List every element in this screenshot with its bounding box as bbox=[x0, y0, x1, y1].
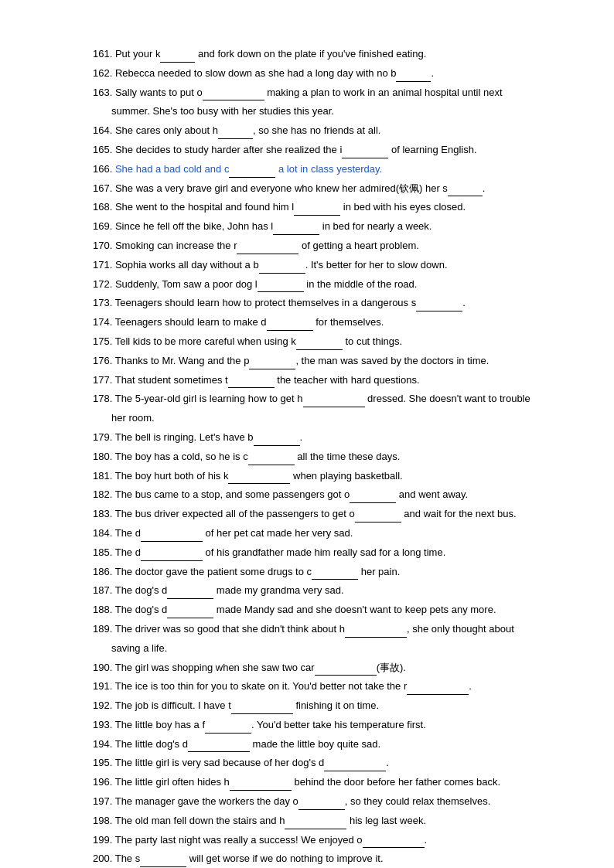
blank bbox=[237, 243, 298, 254]
list-item: 184. The d of her pet cat made her very … bbox=[93, 526, 537, 542]
q-text: Suddenly, Tom saw a poor dog l in the mi… bbox=[115, 278, 418, 290]
blank bbox=[350, 492, 396, 503]
blank bbox=[218, 128, 253, 139]
list-item: 168. She went to the hospital and found … bbox=[93, 199, 537, 216]
q-num: 168. bbox=[93, 201, 112, 213]
q-num: 162. bbox=[93, 67, 112, 79]
q-num: 176. bbox=[93, 355, 112, 366]
blank bbox=[342, 148, 388, 158]
list-item: 176. Thanks to Mr. Wang and the p, the m… bbox=[93, 353, 537, 369]
q-num: 177. bbox=[93, 374, 112, 386]
q-text: She had a bad cold and c a lot in class … bbox=[115, 163, 382, 175]
blank bbox=[273, 224, 319, 235]
list-item: 167. She was a very brave girl and every… bbox=[93, 181, 537, 197]
q-num: 190. bbox=[93, 662, 112, 673]
list-item: 178. The 5-year-old girl is learning how… bbox=[93, 391, 537, 407]
blank bbox=[407, 684, 469, 695]
list-item: 162. Rebecca needed to slow down as she … bbox=[93, 66, 537, 82]
list-item: 165. She decides to study harder after s… bbox=[93, 142, 537, 158]
q-text: She was a very brave girl and everyone w… bbox=[115, 182, 486, 194]
list-item: 189. The driver was so good that she did… bbox=[93, 621, 537, 638]
q-num: 178. bbox=[93, 393, 112, 404]
q-text: The little girl is very sad because of h… bbox=[115, 757, 389, 768]
blank bbox=[228, 473, 290, 484]
q-text: The boy hurt both of his k when playing … bbox=[115, 470, 403, 482]
blank bbox=[141, 531, 203, 542]
list-item: 197. The manager gave the workers the da… bbox=[93, 794, 537, 810]
q-num: 185. bbox=[93, 546, 112, 558]
q-text: The old man fell down the stairs and h h… bbox=[115, 815, 426, 826]
q-num: 194. bbox=[93, 738, 112, 750]
blank bbox=[249, 359, 295, 369]
blank bbox=[296, 339, 343, 350]
q-num: 181. bbox=[93, 470, 112, 482]
q-num: 163. bbox=[93, 87, 112, 98]
list-item: 181. The boy hurt both of his k when pla… bbox=[93, 468, 537, 485]
blank bbox=[229, 167, 275, 178]
list-item: 193. The little boy has a f. You'd bette… bbox=[93, 717, 537, 734]
list-item: 172. Suddenly, Tom saw a poor dog l in t… bbox=[93, 277, 537, 293]
q-num: 179. bbox=[93, 431, 112, 443]
blank bbox=[188, 741, 250, 752]
q-text: She went to the hospital and found him l… bbox=[115, 201, 466, 213]
q-num: 170. bbox=[93, 240, 112, 251]
q-text: The job is difficult. I have t finishing… bbox=[115, 700, 379, 711]
list-item: 174. Teenagers should learn to make d fo… bbox=[93, 315, 537, 331]
blank bbox=[448, 186, 483, 196]
q-num: 193. bbox=[93, 719, 112, 730]
q-num: 187. bbox=[93, 584, 112, 596]
q-num: 192. bbox=[93, 700, 112, 711]
q-num: 196. bbox=[93, 776, 112, 788]
q-text: The bell is ringing. Let's have b. bbox=[115, 431, 302, 443]
q-num: 188. bbox=[93, 604, 112, 615]
q-text: Teenagers should learn how to protect th… bbox=[115, 297, 466, 308]
question-list: 161. Put your k and fork down on the pla… bbox=[93, 46, 537, 867]
blank bbox=[345, 627, 407, 638]
q-num: 172. bbox=[93, 278, 112, 290]
q-num: 195. bbox=[93, 757, 112, 768]
q-text: Smoking can increase the r of getting a … bbox=[115, 240, 419, 251]
q-num: 186. bbox=[93, 566, 112, 577]
blank bbox=[160, 52, 195, 63]
q-text: The party last night was really a succes… bbox=[115, 834, 427, 846]
blank bbox=[228, 377, 275, 388]
blank bbox=[254, 435, 300, 446]
q-text: That student sometimes t the teacher wit… bbox=[115, 374, 420, 386]
list-item: 180. The boy has a cold, so he is c all … bbox=[93, 449, 537, 465]
list-item: 164. She cares only about h, so she has … bbox=[93, 123, 537, 139]
blank bbox=[230, 780, 292, 791]
q-num: 199. bbox=[93, 834, 112, 846]
list-item: 166. She had a bad cold and c a lot in c… bbox=[93, 162, 537, 178]
list-item: 182. The bus came to a stop, and some pa… bbox=[93, 487, 537, 503]
blank bbox=[324, 761, 386, 771]
q-text: The boy has a cold, so he is c all the t… bbox=[115, 451, 401, 462]
list-item: 173. Teenagers should learn how to prote… bbox=[93, 295, 537, 311]
list-item: 185. The d of his grandfather made him r… bbox=[93, 545, 537, 561]
q-text: She cares only about h, so she has no fr… bbox=[115, 124, 380, 136]
q-text: The ice is too thin for you to skate on … bbox=[115, 680, 472, 692]
list-item: 183. The bus driver expected all of the … bbox=[93, 506, 537, 523]
blank bbox=[396, 71, 431, 82]
q-num: 175. bbox=[93, 335, 112, 347]
q-text: The bus came to a stop, and some passeng… bbox=[115, 488, 469, 500]
q-num: 169. bbox=[93, 220, 112, 232]
q-text: Rebecca needed to slow down as she had a… bbox=[115, 67, 434, 79]
continuation-text: summer. She's too busy with her studies … bbox=[93, 104, 537, 120]
q-text: The girl was shopping when she saw two c… bbox=[115, 662, 406, 673]
q-text: The driver was so good that she didn't t… bbox=[115, 623, 514, 635]
list-item: 179. The bell is ringing. Let's have b. bbox=[93, 430, 537, 446]
q-num: 189. bbox=[93, 623, 112, 635]
list-item: 190. The girl was shopping when she saw … bbox=[93, 660, 537, 676]
q-num: 166. bbox=[93, 163, 112, 175]
q-num: 191. bbox=[93, 680, 112, 692]
q-num: 171. bbox=[93, 259, 112, 271]
q-text: The doctor gave the patient some drugs t… bbox=[115, 566, 401, 577]
q-text: The d of her pet cat made her very sad. bbox=[115, 527, 353, 539]
list-item: 169. Since he fell off the bike, John ha… bbox=[93, 219, 537, 235]
list-item: 194. The little dog's d made the little … bbox=[93, 737, 537, 753]
list-item: 199. The party last night was really a s… bbox=[93, 832, 537, 849]
list-item: 177. That student sometimes t the teache… bbox=[93, 373, 537, 389]
q-text: Put your k and fork down on the plate if… bbox=[115, 48, 426, 60]
list-item: 170. Smoking can increase the r of getti… bbox=[93, 238, 537, 254]
blank bbox=[355, 512, 401, 523]
